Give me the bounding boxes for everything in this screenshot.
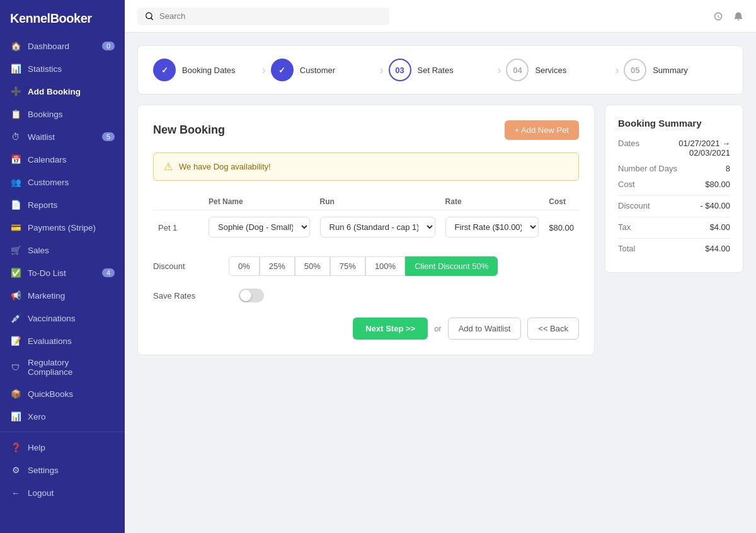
- sidebar-item-quickbooks[interactable]: 📦 QuickBooks: [0, 382, 125, 405]
- sidebar-item-customers[interactable]: 👥 Customers: [0, 171, 125, 193]
- summary-row: Total $44.00: [618, 244, 730, 253]
- rate-select[interactable]: First Rate ($10.00): [445, 217, 539, 238]
- summary-row: Number of Days 8: [618, 164, 730, 173]
- summary-row: Discount - $40.00: [618, 201, 730, 210]
- booking-header: New Booking + Add New Pet: [153, 120, 579, 140]
- summary-key: Total: [618, 244, 635, 253]
- dashboard-icon: 🏠: [10, 40, 21, 52]
- back-button[interactable]: << Back: [527, 318, 579, 340]
- sidebar-label-calendars: Calendars: [28, 155, 67, 164]
- sidebar-item-marketing[interactable]: 📢 Marketing: [0, 284, 125, 307]
- sidebar-label-add-booking: Add Booking: [28, 87, 81, 96]
- sidebar-label-reports: Reports: [28, 200, 57, 210]
- summary-row: Tax $4.00: [618, 222, 730, 232]
- step-summary[interactable]: 05 Summary: [624, 59, 728, 81]
- discount-btn-25[interactable]: 25%: [260, 256, 295, 276]
- sidebar-item-payments[interactable]: 💳 Payments (Stripe): [0, 216, 125, 239]
- sidebar-item-help[interactable]: ❓ Help: [0, 436, 125, 459]
- next-step-button[interactable]: Next Step >>: [353, 318, 428, 340]
- discount-btn-0[interactable]: 0%: [229, 256, 260, 276]
- summary-value: 8: [726, 164, 730, 173]
- col-cost: Cost: [544, 193, 579, 210]
- step-arrow-3: ›: [615, 64, 619, 77]
- sidebar-item-bookings[interactable]: 📋 Bookings: [0, 103, 125, 125]
- vaccinations-icon: 💉: [10, 312, 21, 324]
- table-row: Pet 1 Sophie (Dog - Small) Run 6 (Standa…: [153, 210, 579, 244]
- sidebar-item-xero[interactable]: 📊 Xero: [0, 405, 125, 428]
- sidebar-item-logout[interactable]: ← Logout: [0, 481, 125, 504]
- step-customer[interactable]: ✓ Customer: [271, 59, 375, 81]
- discount-label: Discount: [153, 261, 229, 271]
- stepper: ✓ Booking Dates › ✓ Customer › 03 Set Ra…: [137, 45, 743, 95]
- sidebar-item-sales[interactable]: 🛒 Sales: [0, 239, 125, 261]
- booking-card: New Booking + Add New Pet ⚠ We have Dog …: [137, 105, 595, 355]
- sidebar-item-vaccinations[interactable]: 💉 Vaccinations: [0, 307, 125, 330]
- run-select[interactable]: Run 6 (Standard - cap 1): [320, 217, 435, 238]
- discount-btn-75[interactable]: 75%: [330, 256, 365, 276]
- sidebar-item-statistics[interactable]: 📊 Statistics: [0, 57, 125, 80]
- reports-icon: 📄: [10, 199, 21, 210]
- bookings-icon: 📋: [10, 108, 21, 120]
- sidebar-item-dashboard[interactable]: 🏠 Dashboard 0: [0, 35, 125, 57]
- sidebar-label-customers: Customers: [28, 178, 69, 187]
- content-area: ✓ Booking Dates › ✓ Customer › 03 Set Ra…: [125, 33, 756, 533]
- sidebar-label-sales: Sales: [28, 246, 49, 255]
- pet-name-select[interactable]: Sophie (Dog - Small): [209, 217, 310, 238]
- sidebar-label-settings: Settings: [28, 466, 59, 475]
- col-pet-name: Pet Name: [203, 193, 315, 210]
- sidebar-item-add-booking[interactable]: ➕ Add Booking: [0, 80, 125, 103]
- booking-summary-card: Booking Summary Dates 01/27/2021 → 02/03…: [605, 105, 743, 273]
- discount-row: Discount 0%25%50%75%100%Client Discount …: [153, 256, 579, 276]
- search-icon: [145, 11, 154, 21]
- step-set-rates[interactable]: 03 Set Rates: [389, 59, 493, 81]
- booking-form-area: New Booking + Add New Pet ⚠ We have Dog …: [137, 105, 595, 355]
- sidebar-item-waitlist[interactable]: ⏱ Waitlist 5: [0, 125, 125, 148]
- step-label-booking-dates: Booking Dates: [182, 66, 236, 75]
- step-circle-booking-dates: ✓: [153, 59, 176, 81]
- discount-buttons: 0%25%50%75%100%Client Discount 50%: [229, 256, 498, 276]
- sidebar-item-reports[interactable]: 📄 Reports: [0, 193, 125, 216]
- action-row: Next Step >> or Add to Waitlist << Back: [153, 318, 579, 340]
- step-services[interactable]: 04 Services: [506, 59, 610, 81]
- col-rate: Rate: [440, 193, 544, 210]
- summary-value: $4.00: [709, 222, 730, 232]
- sidebar-item-evaluations[interactable]: 📝 Evaluations: [0, 330, 125, 352]
- sidebar-label-logout: Logout: [28, 488, 54, 498]
- quickbooks-icon: 📦: [10, 388, 21, 399]
- discount-btn-100[interactable]: 100%: [365, 256, 405, 276]
- sidebar-item-todo[interactable]: ✅ To-Do List 4: [0, 261, 125, 284]
- payments-icon: 💳: [10, 222, 21, 233]
- sidebar-label-evaluations: Evaluations: [28, 336, 72, 346]
- client-discount-button[interactable]: Client Discount 50%: [405, 256, 498, 276]
- calendars-icon: 📅: [10, 154, 21, 165]
- save-rates-toggle[interactable]: [239, 289, 264, 302]
- step-arrow-2: ›: [497, 64, 501, 77]
- xero-icon: 📊: [10, 411, 21, 422]
- search-wrap[interactable]: [137, 8, 389, 25]
- sales-icon: 🛒: [10, 244, 21, 256]
- marketing-icon: 📢: [10, 290, 21, 301]
- add-pet-button[interactable]: + Add New Pet: [505, 120, 579, 140]
- sidebar-label-bookings: Bookings: [28, 110, 63, 119]
- summary-key: Discount: [618, 201, 650, 210]
- sidebar-item-regulatory[interactable]: 🛡 Regulatory Compliance: [0, 352, 125, 382]
- bell-icon: [733, 11, 743, 21]
- step-label-set-rates: Set Rates: [418, 66, 454, 75]
- add-to-waitlist-button[interactable]: Add to Waitlist: [448, 318, 522, 340]
- todo-icon: ✅: [10, 267, 21, 278]
- step-label-summary: Summary: [653, 66, 688, 75]
- add-booking-icon: ➕: [10, 86, 21, 97]
- search-input[interactable]: [159, 11, 382, 21]
- summary-key: Dates: [618, 139, 639, 158]
- sidebar-item-calendars[interactable]: 📅 Calendars: [0, 148, 125, 171]
- step-label-customer: Customer: [300, 66, 335, 75]
- summary-row: Cost $80.00: [618, 180, 730, 189]
- topbar-icons: [713, 11, 743, 21]
- step-booking-dates[interactable]: ✓ Booking Dates: [153, 59, 257, 81]
- pet-label: Pet 1: [158, 223, 177, 232]
- evaluations-icon: 📝: [10, 335, 21, 347]
- clock-icon: [713, 11, 723, 21]
- sidebar-item-settings[interactable]: ⚙ Settings: [0, 459, 125, 481]
- summary-key: Cost: [618, 180, 635, 189]
- discount-btn-50[interactable]: 50%: [295, 256, 330, 276]
